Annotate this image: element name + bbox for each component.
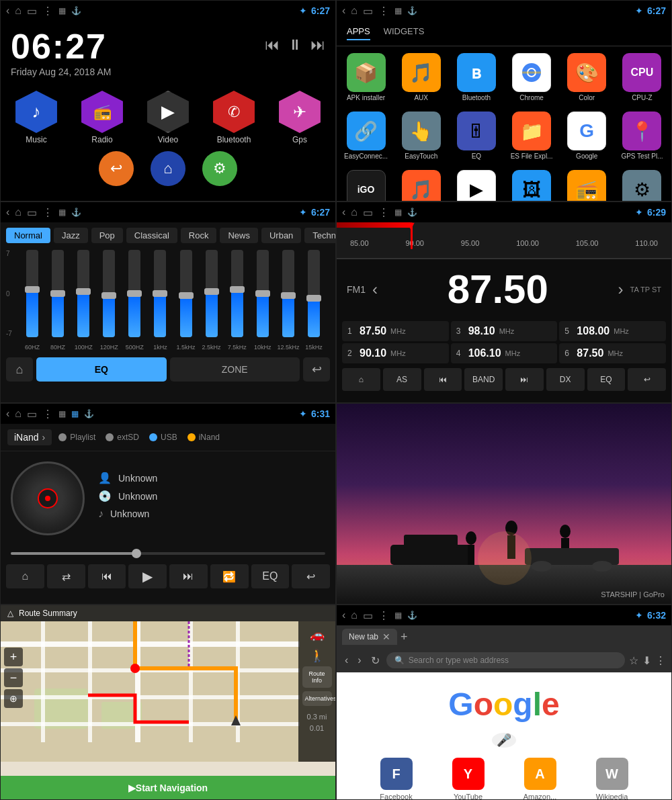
app-music[interactable]: 🎵 Music <box>395 167 447 202</box>
radio-as-btn[interactable]: AS <box>383 368 421 391</box>
eq-band-80hz[interactable]: 80HZ <box>46 250 69 351</box>
music-app-icon[interactable]: ♪ Music <box>9 91 63 144</box>
home-icon-p2[interactable]: ⌂ <box>351 5 358 17</box>
next-btn-p1[interactable]: ⏭ <box>310 36 325 54</box>
preset-5[interactable]: 5 108.00 MHz <box>559 321 666 341</box>
home-icon-p5[interactable]: ⌂ <box>15 408 22 420</box>
music-progress-bar[interactable] <box>11 552 325 555</box>
recent-icon-p1[interactable]: ▭ <box>27 5 37 17</box>
chrome-back-btn[interactable]: ‹ <box>342 653 351 668</box>
alternatives-btn[interactable]: Alternatives <box>302 691 332 706</box>
back-icon-p2[interactable]: ‹ <box>342 5 345 17</box>
music-home-btn[interactable]: ⌂ <box>6 564 44 588</box>
app-google[interactable]: G Google <box>561 108 613 163</box>
new-tab-btn[interactable]: + <box>401 630 408 644</box>
home-icon-p3[interactable]: ⌂ <box>15 206 22 218</box>
music-eq-btn[interactable]: EQ <box>251 564 290 588</box>
eq-button[interactable]: EQ <box>36 357 167 382</box>
radio-prev-station-btn[interactable]: ⏮ <box>424 368 462 391</box>
music-play-btn[interactable]: ▶ <box>128 564 167 588</box>
app-gps-test[interactable]: 📍 GPS Test Pl... <box>616 108 668 163</box>
radio-app-icon[interactable]: 📻 Radio <box>75 91 129 144</box>
preset-6[interactable]: 6 87.50 MHz <box>559 343 666 363</box>
prev-btn-p1[interactable]: ⏮ <box>265 36 280 54</box>
music-back-btn[interactable]: ↩ <box>292 564 330 588</box>
app-igo[interactable]: iGO iGO Navigati... <box>340 167 392 202</box>
pause-btn-p1[interactable]: ⏸ <box>288 36 302 54</box>
recent-icon-p2[interactable]: ▭ <box>363 5 373 17</box>
back-button-eq[interactable]: ↩ <box>303 357 330 382</box>
shortcut-wikipedia[interactable]: W Wikipedia <box>579 758 645 800</box>
shortcut-youtube[interactable]: Y YouTube <box>435 758 501 800</box>
app-aux[interactable]: 🎵 AUX <box>395 50 447 105</box>
eq-tab-pop[interactable]: Pop <box>91 228 123 243</box>
radio-next-station-btn[interactable]: ⏭ <box>505 368 544 391</box>
preset-2[interactable]: 2 90.10 MHz <box>342 343 449 363</box>
preset-1[interactable]: 1 87.50 MHz <box>342 321 449 341</box>
app-settings[interactable]: ⚙ Settings <box>616 167 668 202</box>
recent-icon-p3[interactable]: ▭ <box>27 206 37 219</box>
radio-dx-btn[interactable]: DX <box>546 368 585 391</box>
eq-band-1khz[interactable]: 1kHz <box>149 250 171 351</box>
eq-band-75khz[interactable]: 7.5kHz <box>226 250 249 351</box>
bookmark-btn[interactable]: ☆ <box>629 654 638 667</box>
eq-tab-news[interactable]: News <box>220 228 258 243</box>
chrome-new-tab[interactable]: New tab ✕ <box>342 629 397 645</box>
recent-icon-p4[interactable]: ▭ <box>363 206 373 219</box>
eq-tab-rock[interactable]: Rock <box>181 228 217 243</box>
eq-band-10khz[interactable]: 10kHz <box>251 250 274 351</box>
app-easytouch[interactable]: 👆 EasyTouch <box>395 108 447 163</box>
home-icon-p1[interactable]: ⌂ <box>15 5 22 17</box>
progress-handle[interactable] <box>132 549 141 558</box>
eq-band-120hz[interactable]: 120HZ <box>97 250 120 351</box>
radio-eq-btn[interactable]: EQ <box>587 368 626 391</box>
radio-prev-btn[interactable]: ‹ <box>372 280 378 299</box>
music-prev-btn[interactable]: ⏮ <box>88 564 126 588</box>
locate-btn[interactable]: ⊕ <box>4 689 23 708</box>
menu-icon-p4[interactable]: ⋮ <box>378 206 389 219</box>
download-btn[interactable]: ⬇ <box>642 654 651 667</box>
voice-search-btn[interactable]: 🎤 <box>492 733 516 748</box>
back-icon-p4[interactable]: ‹ <box>342 206 345 218</box>
app-apk-installer[interactable]: 📦 APK installer <box>340 50 392 105</box>
preset-3[interactable]: 3 98.10 MHz <box>451 321 558 341</box>
back-round-icon[interactable]: ↩ <box>99 151 134 186</box>
app-radio[interactable]: 📻 Radio <box>561 167 613 202</box>
app-color[interactable]: 🎨 Color <box>561 50 613 105</box>
music-tab-inand[interactable]: iNand <box>187 433 220 442</box>
video-player-panel[interactable]: STARSHIP | GoPro <box>336 403 672 605</box>
menu-icon-p3[interactable]: ⋮ <box>42 206 53 219</box>
eq-tab-techno[interactable]: Techno <box>304 228 335 243</box>
app-play-store[interactable]: ▶ Play Store <box>450 167 502 202</box>
radio-band-btn[interactable]: BAND <box>464 368 503 391</box>
eq-band-15khz2[interactable]: 15kHz <box>302 250 325 351</box>
settings-round-icon[interactable]: ⚙ <box>202 151 237 186</box>
chrome-url-bar[interactable]: 🔍 Search or type web address <box>386 652 625 668</box>
app-bluetooth[interactable]: ʙ Bluetooth <box>450 50 502 105</box>
app-cpuz[interactable]: CPU CPU-Z <box>616 50 668 105</box>
gps-app-icon[interactable]: ✈ Gps <box>273 91 327 144</box>
back-icon-p1[interactable]: ‹ <box>6 5 9 17</box>
home-icon-p8[interactable]: ⌂ <box>351 609 358 621</box>
map-body[interactable]: 🚗 🚶 Route Info Alternatives 0.3 mi 0.01 … <box>1 621 335 762</box>
tab-close-btn[interactable]: ✕ <box>382 631 390 642</box>
music-tab-usb[interactable]: USB <box>149 433 177 442</box>
chrome-forward-btn[interactable]: › <box>355 653 364 668</box>
back-icon-p8[interactable]: ‹ <box>342 609 345 621</box>
eq-tab-urban[interactable]: Urban <box>261 228 301 243</box>
music-shuffle-btn[interactable]: ⇄ <box>47 564 85 588</box>
shortcut-amazon[interactable]: A Amazon... <box>507 758 573 800</box>
music-next-btn[interactable]: ⏭ <box>169 564 208 588</box>
music-tab-playlist[interactable]: Playlist <box>58 433 95 442</box>
preset-4[interactable]: 4 106.10 MHz <box>451 343 558 363</box>
start-navigation-btn[interactable]: ▶ Start Navigation <box>1 776 335 799</box>
chrome-menu-btn[interactable]: ⋮ <box>655 654 666 667</box>
eq-tab-classical[interactable]: Classical <box>126 228 177 243</box>
chrome-reload-btn[interactable]: ↻ <box>368 653 382 668</box>
shortcut-facebook[interactable]: F Facebook <box>363 758 429 800</box>
back-icon-p3[interactable]: ‹ <box>6 206 9 218</box>
radio-home-btn[interactable]: ⌂ <box>342 368 380 391</box>
menu-icon-p5[interactable]: ⋮ <box>42 408 53 420</box>
app-es-file[interactable]: 📁 ES File Expl... <box>505 108 557 163</box>
eq-band-60hz[interactable]: 60HZ <box>21 250 44 351</box>
